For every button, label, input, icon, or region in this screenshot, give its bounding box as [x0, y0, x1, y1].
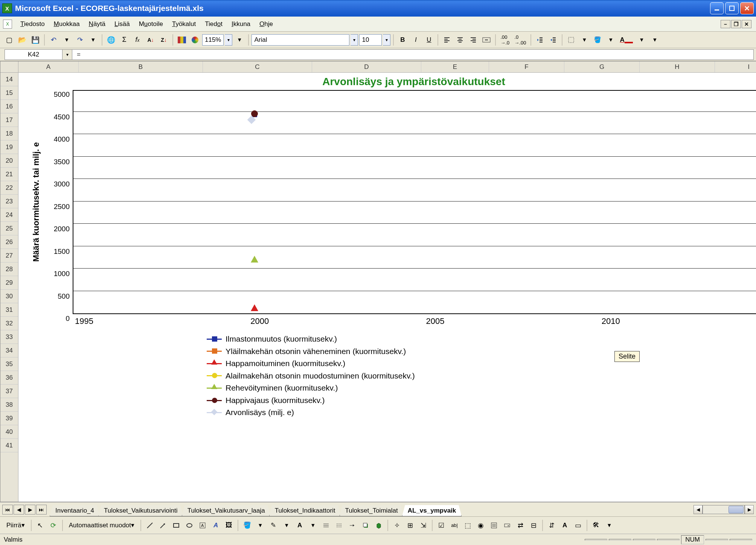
row-header-36[interactable]: 36: [0, 371, 18, 385]
function-button[interactable]: fx: [131, 34, 143, 46]
row-header-39[interactable]: 39: [0, 412, 18, 425]
row-header-40[interactable]: 40: [0, 425, 18, 439]
menu-item-ohje[interactable]: Ohje: [255, 18, 277, 30]
menu-item-ikkuna[interactable]: Ikkuna: [227, 18, 255, 30]
row-header-18[interactable]: 18: [0, 127, 18, 140]
row-header-26[interactable]: 26: [0, 235, 18, 249]
row-header-31[interactable]: 31: [0, 303, 18, 317]
wordart-button[interactable]: A: [210, 519, 222, 531]
sheet-tab-Tulokset_Vaikutusarviointi[interactable]: Tulokset_Vaikutusarviointi: [98, 505, 183, 516]
font-combo[interactable]: Arial: [251, 34, 349, 46]
save-button[interactable]: 💾: [29, 34, 41, 46]
fill-color-dropdown[interactable]: ▾: [605, 34, 617, 46]
menu-item-lisää[interactable]: Lisää: [110, 18, 134, 30]
row-header-28[interactable]: 28: [0, 263, 18, 276]
italic-button[interactable]: I: [410, 34, 422, 46]
rectangle-button[interactable]: [170, 519, 182, 531]
formula-input[interactable]: [85, 50, 753, 60]
borders-button[interactable]: [565, 34, 577, 46]
undo-button[interactable]: ↶: [47, 34, 59, 46]
line-button[interactable]: [144, 519, 156, 531]
fill-color-button[interactable]: 🪣: [591, 34, 604, 46]
mdi-close-button[interactable]: ✕: [742, 20, 751, 28]
sort-desc-button[interactable]: Z↓: [158, 34, 170, 46]
column-header-B[interactable]: B: [79, 61, 203, 72]
column-header-A[interactable]: A: [18, 61, 79, 72]
decrease-indent-button[interactable]: [534, 34, 546, 46]
row-header-14[interactable]: 14: [0, 73, 18, 86]
row-header-35[interactable]: 35: [0, 357, 18, 371]
column-header-G[interactable]: G: [564, 61, 640, 72]
fill-color-draw-button[interactable]: 🪣: [241, 519, 253, 531]
fontsize-dropdown[interactable]: ▾: [383, 34, 390, 46]
hyperlink-button[interactable]: 🌐: [105, 34, 117, 46]
new-button[interactable]: ▢: [3, 34, 15, 46]
sheet-tab-Tulokset_Vaikutusarv_laaja[interactable]: Tulokset_Vaikutusarv_laaja: [182, 505, 271, 516]
mdi-minimize-button[interactable]: –: [721, 20, 730, 28]
row-header-15[interactable]: 15: [0, 86, 18, 100]
tools-dropdown[interactable]: ▾: [603, 519, 615, 531]
toolbar-overflow-1[interactable]: ▾: [233, 34, 245, 46]
spinbutton-button[interactable]: ⇵: [546, 519, 558, 531]
toolbar-overflow-2[interactable]: ▾: [649, 34, 661, 46]
row-header-29[interactable]: 29: [0, 276, 18, 290]
row-header-38[interactable]: 38: [0, 398, 18, 412]
bold-button[interactable]: B: [396, 34, 408, 46]
label-button[interactable]: A: [559, 519, 571, 531]
dash-style-button[interactable]: [333, 519, 345, 531]
tab-nav-prev[interactable]: ◀: [14, 505, 24, 514]
window-maximize-button[interactable]: [725, 2, 739, 14]
increase-decimal-button[interactable]: .00→.0: [498, 34, 511, 46]
undo-dropdown[interactable]: ▾: [61, 34, 73, 46]
sheet-tab-Tulokset_Indikaattorit[interactable]: Tulokset_Indikaattorit: [269, 505, 341, 516]
window-minimize-button[interactable]: [710, 2, 724, 14]
sheet-tab-AL_vs_ympvaik[interactable]: AL_vs_ympvaik: [402, 505, 462, 516]
arrow-style-button[interactable]: [346, 519, 358, 531]
oval-button[interactable]: [183, 519, 195, 531]
draw-menu[interactable]: Piirrä ▾: [3, 519, 28, 531]
scroll-right-button[interactable]: ▶: [745, 505, 754, 514]
menu-item-muokkaa[interactable]: Muokkaa: [49, 18, 84, 30]
drawing-toolbar-button[interactable]: [189, 34, 201, 46]
decrease-decimal-button[interactable]: .0→.00: [512, 34, 528, 46]
zoom-dropdown[interactable]: ▾: [225, 34, 232, 46]
line-color-button[interactable]: ✎: [267, 519, 279, 531]
chart-wizard-button[interactable]: [176, 34, 188, 46]
textbox-button[interactable]: A: [197, 519, 209, 531]
column-header-H[interactable]: H: [640, 61, 715, 72]
underline-button[interactable]: U: [423, 34, 435, 46]
align-right-button[interactable]: [467, 34, 479, 46]
font-color-draw-dropdown[interactable]: ▾: [307, 519, 319, 531]
cells-area[interactable]: Arvonlisäys ja ympäristövaikutukset Määr…: [18, 73, 756, 502]
clipart-button[interactable]: 🖼: [223, 519, 235, 531]
button-button[interactable]: ▭: [572, 519, 584, 531]
redo-dropdown[interactable]: ▾: [87, 34, 99, 46]
tab-nav-first[interactable]: ⏮: [2, 505, 13, 514]
snap-button[interactable]: ⊞: [404, 519, 416, 531]
row-header-34[interactable]: 34: [0, 344, 18, 357]
worksheet[interactable]: ABCDEFGHIJ 14151617181920212223242526272…: [0, 61, 756, 502]
hscroll-thumb[interactable]: [729, 506, 744, 513]
open-button[interactable]: 📂: [16, 34, 28, 46]
horizontal-scrollbar[interactable]: ◀ ▶: [694, 505, 754, 514]
menu-item-muotoile[interactable]: Muotoile: [134, 18, 168, 30]
window-close-button[interactable]: [740, 2, 754, 14]
sheet-tab-Tulokset_Toimialat[interactable]: Tulokset_Toimialat: [340, 505, 404, 516]
autoshapes-menu[interactable]: Automaattiset muodot ▾: [66, 519, 138, 531]
sort-asc-button[interactable]: A↓: [145, 34, 157, 46]
name-box-dropdown[interactable]: ▾: [62, 50, 72, 60]
scroll-button[interactable]: ⊟: [527, 519, 540, 531]
merge-center-button[interactable]: [480, 34, 492, 46]
row-header-21[interactable]: 21: [0, 168, 18, 181]
row-header-17[interactable]: 17: [0, 113, 18, 127]
line-style-button[interactable]: [320, 519, 332, 531]
increase-indent-button[interactable]: [547, 34, 559, 46]
row-header-41[interactable]: 41: [0, 439, 18, 452]
font-color-button[interactable]: A: [618, 34, 634, 46]
checkbox-button[interactable]: ☑: [435, 519, 447, 531]
align-center-button[interactable]: [454, 34, 466, 46]
column-header-C[interactable]: C: [203, 61, 312, 72]
menu-item-näytä[interactable]: Näytä: [84, 18, 110, 30]
sheet-tab-Inventaario_4[interactable]: Inventaario_4: [50, 505, 100, 516]
redo-button[interactable]: ↷: [74, 34, 86, 46]
